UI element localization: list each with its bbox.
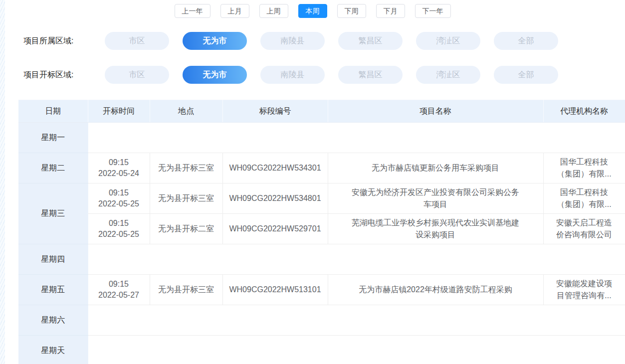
section-number-cell: WH09CG2022HW534801 bbox=[222, 183, 328, 214]
empty-day-cell bbox=[88, 305, 625, 336]
bid-date: 2022-05-27 bbox=[92, 290, 146, 301]
table-row: 星期五09:152022-05-27无为县开标三室WH09CG2022HW513… bbox=[18, 275, 625, 305]
bid-date: 2022-05-25 bbox=[92, 198, 146, 209]
week-nav-button-6[interactable]: 下一年 bbox=[415, 4, 451, 18]
day-cell: 星期天 bbox=[18, 336, 88, 364]
region-pill[interactable]: 南陵县 bbox=[260, 32, 325, 50]
table-header-cell: 标段编号 bbox=[222, 100, 328, 123]
table-row: 星期一 bbox=[18, 123, 625, 153]
table-row: 星期四 bbox=[18, 244, 625, 275]
region-pill[interactable]: 全部 bbox=[494, 32, 558, 50]
location-cell: 无为县开标三室 bbox=[150, 183, 222, 214]
region-pill[interactable]: 繁昌区 bbox=[338, 32, 403, 50]
bid-time: 09:15 bbox=[92, 279, 146, 290]
table-header-cell: 地点 bbox=[150, 100, 222, 123]
day-cell: 星期五 bbox=[18, 275, 88, 305]
time-cell: 09:152022-05-24 bbox=[88, 153, 150, 183]
week-nav: 上一年上月上周本周下周下月下一年 bbox=[0, 0, 625, 18]
filter-label: 项目开标区域: bbox=[23, 70, 91, 80]
agency-name-cell: 国华工程科技（集团）有限... bbox=[543, 153, 625, 183]
region-pill[interactable]: 南陵县 bbox=[260, 66, 325, 84]
project-name-cell: 无为市赫店镇更新公务用车采购项目 bbox=[328, 153, 543, 183]
region-pill[interactable]: 繁昌区 bbox=[338, 66, 403, 84]
week-nav-button-2[interactable]: 上周 bbox=[259, 4, 288, 18]
week-nav-button-4[interactable]: 下周 bbox=[337, 4, 366, 18]
location-cell: 无为县开标二室 bbox=[150, 214, 222, 244]
time-cell: 09:152022-05-25 bbox=[88, 214, 150, 244]
region-pill[interactable]: 湾沚区 bbox=[416, 32, 480, 50]
time-cell: 09:152022-05-25 bbox=[88, 183, 150, 214]
week-nav-button-1[interactable]: 上月 bbox=[220, 4, 249, 18]
bid-calendar-page: 上一年上月上周本周下周下月下一年 项目所属区域:市区无为市南陵县繁昌区湾沚区全部… bbox=[0, 0, 625, 364]
region-pill[interactable]: 无为市 bbox=[183, 66, 247, 84]
time-cell: 09:152022-05-27 bbox=[88, 275, 150, 305]
bid-date: 2022-05-24 bbox=[92, 168, 146, 179]
empty-day-cell bbox=[88, 123, 625, 153]
table-row: 星期二09:152022-05-24无为县开标三室WH09CG2022HW534… bbox=[18, 153, 625, 183]
bid-time: 09:15 bbox=[92, 218, 146, 229]
day-cell: 星期四 bbox=[18, 244, 88, 275]
region-pill[interactable]: 市区 bbox=[105, 32, 169, 50]
week-nav-button-3[interactable]: 本周 bbox=[298, 4, 327, 18]
table-row: 星期三09:152022-05-25无为县开标三室WH09CG2022HW534… bbox=[18, 183, 625, 214]
table-row: 星期六 bbox=[18, 305, 625, 336]
table-header-cell: 项目名称 bbox=[328, 100, 543, 123]
table-header-cell: 日期 bbox=[18, 100, 88, 123]
week-nav-button-0[interactable]: 上一年 bbox=[175, 4, 210, 18]
agency-name-cell: 安徽天启工程造价咨询有限公司 bbox=[543, 214, 625, 244]
project-name-cell: 芜湖电缆工业学校乡村振兴现代农业实训基地建设采购项目 bbox=[328, 214, 543, 244]
day-cell: 星期一 bbox=[18, 123, 88, 153]
bid-time: 09:15 bbox=[92, 187, 146, 198]
bid-time: 09:15 bbox=[92, 157, 146, 168]
table-header-cell: 代理机构名称 bbox=[543, 100, 625, 123]
bid-date: 2022-05-25 bbox=[92, 229, 146, 240]
week-nav-button-5[interactable]: 下月 bbox=[376, 4, 405, 18]
filter-row-1: 项目开标区域:市区无为市南陵县繁昌区湾沚区全部 bbox=[23, 66, 625, 84]
agency-name-cell: 国华工程科技（集团）有限... bbox=[543, 183, 625, 214]
location-cell: 无为县开标三室 bbox=[150, 153, 222, 183]
region-pill[interactable]: 全部 bbox=[494, 66, 558, 84]
region-pill[interactable]: 市区 bbox=[105, 66, 169, 84]
region-pill[interactable]: 湾沚区 bbox=[416, 66, 480, 84]
project-name-cell: 安徽无为经济开发区产业投资有限公司采购公务车项目 bbox=[328, 183, 543, 214]
day-cell: 星期二 bbox=[18, 153, 88, 183]
filter-row-0: 项目所属区域:市区无为市南陵县繁昌区湾沚区全部 bbox=[23, 32, 625, 50]
bid-schedule-table: 日期开标时间地点标段编号项目名称代理机构名称 星期一星期二09:152022-0… bbox=[18, 100, 625, 364]
empty-day-cell bbox=[88, 336, 625, 364]
location-cell: 无为县开标三室 bbox=[150, 275, 222, 305]
table-header: 日期开标时间地点标段编号项目名称代理机构名称 bbox=[18, 100, 625, 123]
table-row: 星期天 bbox=[18, 336, 625, 364]
table-body: 星期一星期二09:152022-05-24无为县开标三室WH09CG2022HW… bbox=[18, 123, 625, 364]
day-cell: 星期三 bbox=[18, 183, 88, 244]
project-name-cell: 无为市赫店镇2022年村级道路安防工程采购 bbox=[328, 275, 543, 305]
agency-name-cell: 安徽能发建设项目管理咨询有... bbox=[543, 275, 625, 305]
section-number-cell: WH09CG2022HW513101 bbox=[222, 275, 328, 305]
region-filters: 项目所属区域:市区无为市南陵县繁昌区湾沚区全部项目开标区域:市区无为市南陵县繁昌… bbox=[0, 32, 625, 84]
region-pill[interactable]: 无为市 bbox=[183, 32, 247, 50]
section-number-cell: WH09CG2022HW534301 bbox=[222, 153, 328, 183]
empty-day-cell bbox=[88, 244, 625, 275]
table-header-cell: 开标时间 bbox=[88, 100, 150, 123]
table-header-row: 日期开标时间地点标段编号项目名称代理机构名称 bbox=[18, 100, 625, 123]
day-cell: 星期六 bbox=[18, 305, 88, 336]
left-edge-stripe-pattern bbox=[0, 0, 5, 364]
filter-label: 项目所属区域: bbox=[23, 36, 91, 46]
table-row: 09:152022-05-25无为县开标二室WH09CG2022HW529701… bbox=[18, 214, 625, 244]
section-number-cell: WH09CG2022HW529701 bbox=[222, 214, 328, 244]
